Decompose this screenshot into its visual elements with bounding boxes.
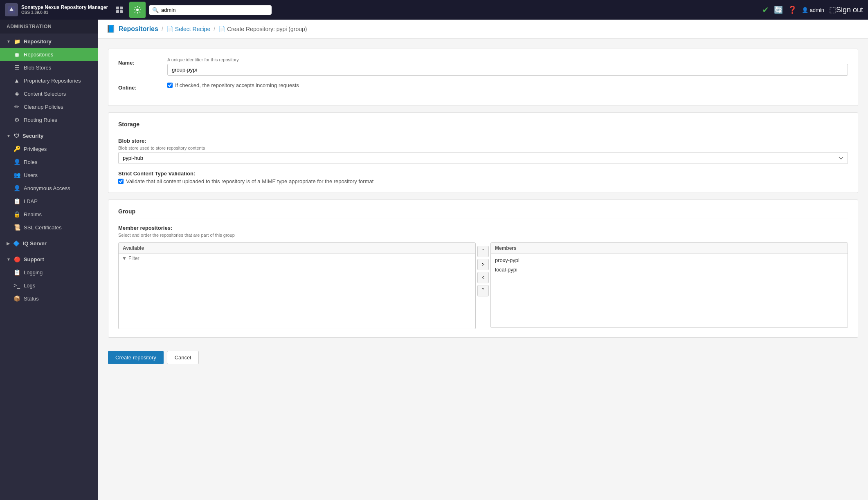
sidebar-item-ssl-certificates[interactable]: 📜 SSL Certificates [0, 221, 98, 234]
chevron-down-icon-3: ▼ [7, 257, 11, 262]
security-group-header[interactable]: ▼ 🛡 Security [0, 130, 98, 142]
support-group-header[interactable]: ▼ 🔴 Support [0, 253, 98, 266]
online-row: Online: If checked, the repository accep… [118, 82, 848, 91]
anonymous-icon: 👤 [13, 185, 20, 191]
create-repository-button[interactable]: Create repository [108, 351, 164, 364]
group-header: Group [118, 208, 848, 218]
storage-section: Storage Blob store: Blob store used to s… [108, 112, 858, 193]
status-icon: ✔ [762, 5, 769, 15]
username-label: admin [810, 7, 824, 13]
sidebar-item-blob-stores[interactable]: ☰ Blob Stores [0, 61, 98, 74]
name-label: Name: [118, 57, 159, 66]
strict-content-container: Strict Content Type Validation: Validate… [118, 170, 848, 184]
sidebar-item-content-selectors[interactable]: ◈ Content Selectors [0, 87, 98, 100]
sidebar-item-routing-rules[interactable]: ⚙ Routing Rules [0, 113, 98, 126]
chevron-down-icon-2: ▼ [7, 134, 11, 138]
logs-icon: >_ [13, 282, 20, 289]
sidebar-item-users[interactable]: 👥 Users [0, 168, 98, 182]
sidebar-item-status[interactable]: 📦 Status [0, 292, 98, 305]
move-down-button[interactable]: ˅ [477, 285, 489, 296]
sidebar-admin-header: Administration [0, 20, 98, 34]
available-panel: Available ▼ [118, 242, 476, 329]
sidebar: Administration ▼ 📁 Repository ▦ Reposito… [0, 20, 98, 500]
filter-row: ▼ [119, 254, 475, 263]
sidebar-item-ldap[interactable]: 📋 LDAP [0, 195, 98, 208]
iq-server-item[interactable]: ▶ 🔷 IQ Server [0, 237, 98, 250]
signout-icon: ⬚ [829, 5, 836, 14]
name-row: Name: A unique identifier for this repos… [118, 57, 848, 76]
sidebar-item-anonymous-access[interactable]: 👤 Anonymous Access [0, 182, 98, 195]
breadcrumb-root[interactable]: Repositories [119, 25, 158, 33]
breadcrumb-sep-1: / [162, 26, 163, 32]
topbar: Sonatype Nexus Repository Manager OSS 3.… [0, 0, 868, 20]
available-items [119, 263, 475, 329]
help-button[interactable]: ❓ [788, 5, 797, 14]
online-checkbox-label[interactable]: If checked, the repository accepts incom… [167, 82, 848, 88]
blob-store-select[interactable]: pypi-hub [118, 152, 848, 164]
member-list-item[interactable]: local-pypi [491, 265, 848, 274]
app-body: Administration ▼ 📁 Repository ▦ Reposito… [0, 20, 868, 500]
name-input[interactable] [167, 64, 848, 76]
member-repos-label: Member repositories: [118, 225, 848, 231]
name-field: A unique identifier for this repository [167, 57, 848, 76]
form-actions: Create repository Cancel [108, 344, 858, 371]
support-icon: 🔴 [14, 256, 20, 262]
breadcrumb-sep-2: / [214, 26, 215, 32]
sidebar-item-logs[interactable]: >_ Logs [0, 279, 98, 292]
online-checkbox[interactable] [167, 83, 173, 88]
topbar-right: ✔ 🔄 ❓ 👤 admin ⬚ Sign out [762, 5, 863, 15]
breadcrumb: 📘 Repositories / 📄 Select Recipe / 📄 Cre… [98, 20, 868, 39]
app-title-text: Sonatype Nexus Repository Manager OSS 3.… [21, 4, 108, 15]
search-input[interactable] [161, 7, 268, 13]
folder-icon: 📁 [14, 38, 20, 45]
logging-icon: 📋 [13, 269, 20, 276]
move-left-button[interactable]: < [477, 272, 489, 283]
svg-rect-4 [120, 10, 123, 13]
cancel-button[interactable]: Cancel [167, 351, 199, 364]
admin-button[interactable] [129, 2, 146, 18]
svg-rect-2 [120, 7, 123, 9]
strict-content-checkbox-label[interactable]: Validate that all content uploaded to th… [118, 178, 848, 184]
browse-button[interactable] [111, 2, 128, 18]
security-section: ▼ 🛡 Security 🔑 Privileges 👤 Roles 👥 User… [0, 128, 98, 235]
repository-section: ▼ 📁 Repository ▦ Repositories ☰ Blob Sto… [0, 34, 98, 128]
members-header: Members [491, 243, 848, 254]
filter-icon: ▼ [122, 256, 127, 261]
sidebar-item-logging[interactable]: 📋 Logging [0, 266, 98, 279]
form-container: Name: A unique identifier for this repos… [98, 39, 868, 381]
storage-header: Storage [118, 121, 848, 131]
search-icon: 🔍 [152, 7, 159, 13]
name-hint: A unique identifier for this repository [167, 57, 848, 62]
sidebar-item-privileges[interactable]: 🔑 Privileges [0, 142, 98, 155]
proprietary-repos-icon: ▲ [13, 77, 20, 84]
repository-group-header[interactable]: ▼ 📁 Repository [0, 35, 98, 48]
sidebar-item-proprietary-repos[interactable]: ▲ Proprietary Repositories [0, 74, 98, 87]
member-repos-container: Member repositories: Select and order th… [118, 225, 848, 329]
content-selectors-icon: ◈ [13, 90, 20, 97]
sidebar-item-cleanup-policies[interactable]: ✏ Cleanup Policies [0, 100, 98, 113]
search-bar[interactable]: 🔍 [149, 5, 272, 15]
strict-content-checkbox[interactable] [118, 179, 124, 184]
breadcrumb-select-recipe[interactable]: 📄 Select Recipe [166, 26, 210, 32]
users-icon: 👥 [13, 172, 20, 178]
strict-content-label: Strict Content Type Validation: [118, 170, 848, 177]
sidebar-item-roles[interactable]: 👤 Roles [0, 155, 98, 168]
move-up-button[interactable]: ˄ [477, 246, 489, 257]
sidebar-item-realms[interactable]: 🔒 Realms [0, 208, 98, 221]
status-icon-sidebar: 📦 [13, 295, 20, 302]
sidebar-item-repositories[interactable]: ▦ Repositories [0, 48, 98, 61]
member-repos-hint: Select and order the repositories that a… [118, 233, 848, 238]
svg-rect-3 [116, 10, 119, 13]
signout-button[interactable]: ⬚ Sign out [829, 5, 863, 14]
filter-input[interactable] [128, 256, 472, 261]
privileges-icon: 🔑 [13, 146, 20, 152]
security-icon: 🛡 [14, 133, 19, 139]
transfer-buttons: ˄ > < ˅ [476, 242, 490, 300]
refresh-button[interactable]: 🔄 [774, 5, 783, 14]
routing-rules-icon: ⚙ [13, 117, 20, 123]
roles-icon: 👤 [13, 159, 20, 165]
recipe-icon: 📄 [166, 26, 173, 32]
available-header: Available [119, 243, 475, 254]
member-list-item[interactable]: proxy-pypi [491, 256, 848, 265]
move-right-button[interactable]: > [477, 259, 489, 270]
